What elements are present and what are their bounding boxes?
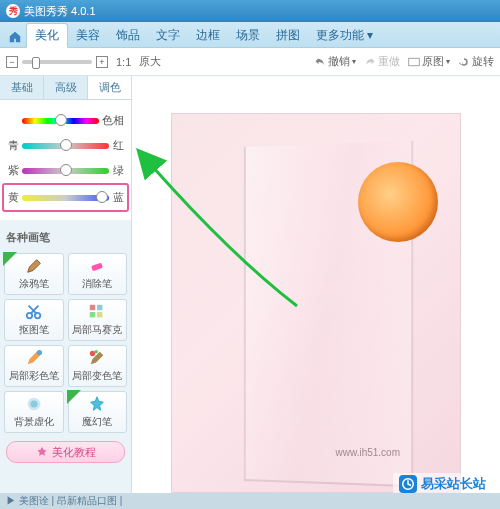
redo-button[interactable]: 重做 [364, 54, 400, 69]
slider-yellow-blue[interactable]: 黄 蓝 [2, 183, 129, 212]
svg-rect-1 [91, 263, 103, 272]
side-tab-basic[interactable]: 基础 [0, 76, 44, 99]
title-bar: 秀 美图秀秀 4.0.1 [0, 0, 500, 22]
undo-icon [314, 56, 326, 68]
brush-eraser[interactable]: 消除笔 [68, 253, 128, 295]
brush-doodle[interactable]: 涂鸦笔 [4, 253, 64, 295]
photo-preview: www.ih51.com [171, 113, 461, 493]
home-icon[interactable] [4, 27, 26, 47]
canvas-area[interactable]: www.ih51.com 易采站长站 [132, 76, 500, 509]
tab-more[interactable]: 更多功能 ▾ [308, 24, 381, 47]
tab-collage[interactable]: 拼图 [268, 24, 308, 47]
zoom-control[interactable]: − + [6, 56, 108, 68]
slider-cyan-red[interactable]: 青 红 [4, 133, 127, 158]
pen-icon [25, 257, 43, 275]
rotate-icon [458, 56, 470, 68]
original-button[interactable]: 原图▾ [408, 54, 450, 69]
zoom-11-button[interactable]: 1:1 [116, 56, 131, 68]
slider-hue[interactable]: 色相 [4, 108, 127, 133]
brush-local-color[interactable]: 局部彩色笔 [4, 345, 64, 387]
mosaic-icon [88, 303, 106, 321]
svg-rect-0 [409, 58, 420, 66]
tab-border[interactable]: 边框 [188, 24, 228, 47]
color-sliders: 色相 青 红 紫 绿 黄 蓝 [0, 100, 131, 220]
ribbon-new-icon [67, 390, 87, 410]
brush-mosaic[interactable]: 局部马赛克 [68, 299, 128, 341]
zoom-out-icon[interactable]: − [6, 56, 18, 68]
brush-cutout[interactable]: 抠图笔 [4, 299, 64, 341]
watermark-logo-icon [399, 475, 417, 493]
side-panel: 基础 高级 调色 色相 青 红 紫 绿 黄 蓝 [0, 76, 132, 509]
svg-rect-6 [90, 312, 95, 317]
svg-rect-7 [97, 312, 102, 317]
svg-point-10 [95, 350, 99, 354]
recolor-icon [88, 349, 106, 367]
zoom-orig-button[interactable]: 原大 [139, 54, 161, 69]
site-watermark: 易采站长站 [393, 473, 492, 495]
slider-purple-green[interactable]: 紫 绿 [4, 158, 127, 183]
zoom-slider[interactable] [22, 60, 92, 64]
main-tabs: 美化 美容 饰品 文字 边框 场景 拼图 更多功能 ▾ [0, 22, 500, 48]
brush-magic[interactable]: 魔幻笔 [68, 391, 128, 433]
side-tab-color[interactable]: 调色 [88, 76, 131, 99]
tab-text[interactable]: 文字 [148, 24, 188, 47]
brush-blur[interactable]: 背景虚化 [4, 391, 64, 433]
svg-rect-4 [90, 305, 95, 310]
brush-section-title: 各种画笔 [0, 226, 131, 249]
color-pen-icon [25, 349, 43, 367]
tab-scene[interactable]: 场景 [228, 24, 268, 47]
status-bar: ▶ 美图诠 | 昂新精品口图 | [0, 493, 500, 509]
side-tabs: 基础 高级 调色 [0, 76, 131, 100]
app-title: 美图秀秀 4.0.1 [24, 4, 96, 19]
orange-slice [358, 162, 438, 242]
svg-point-8 [36, 350, 41, 355]
rotate-button[interactable]: 旋转 [458, 54, 494, 69]
watermark-url: www.ih51.com [336, 447, 400, 458]
star-icon [36, 446, 48, 458]
undo-button[interactable]: 撤销▾ [314, 54, 356, 69]
tab-beautify[interactable]: 美化 [26, 23, 68, 48]
hue-label: 色相 [101, 113, 125, 128]
side-tab-advanced[interactable]: 高级 [44, 76, 88, 99]
tab-cosmetic[interactable]: 美容 [68, 24, 108, 47]
magic-icon [88, 395, 106, 413]
scissors-icon [25, 303, 43, 321]
tab-accessories[interactable]: 饰品 [108, 24, 148, 47]
zoom-in-icon[interactable]: + [96, 56, 108, 68]
tutorial-button[interactable]: 美化教程 [6, 441, 125, 463]
canvas-toolbar: − + 1:1 原大 撤销▾ 重做 原图▾ 旋转 [0, 48, 500, 76]
image-icon [408, 56, 420, 68]
brush-grid: 涂鸦笔 消除笔 抠图笔 局部马赛克 局部彩色笔 局部变色笔 [0, 249, 131, 437]
brush-recolor[interactable]: 局部变色笔 [68, 345, 128, 387]
redo-icon [364, 56, 376, 68]
app-logo-icon: 秀 [6, 4, 20, 18]
ribbon-icon [3, 252, 23, 272]
svg-rect-5 [97, 305, 102, 310]
svg-point-12 [30, 400, 37, 407]
eraser-icon [88, 257, 106, 275]
blur-icon [25, 395, 43, 413]
